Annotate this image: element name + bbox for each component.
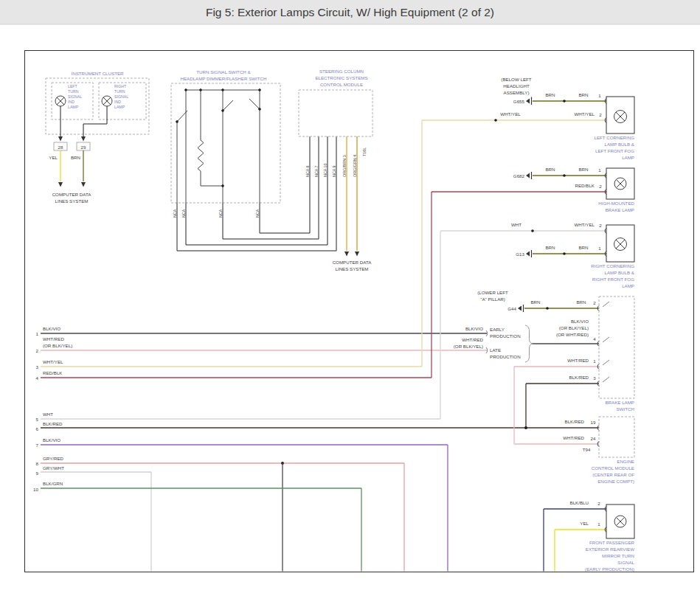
lamp-bulb-icon (614, 111, 627, 123)
instrument-cluster-title: INSTRUMENT CLUSTER (71, 71, 124, 76)
switch-blade-icon (603, 377, 609, 382)
wire-row-label: BLK/VIO (43, 437, 60, 443)
pin-number: 2 (599, 112, 602, 117)
wire-row-label: BLK/GRN (43, 481, 63, 486)
switch-blade-icon (603, 302, 609, 307)
right-cornering-lamp: WHT WHT/YEL 2 G13 BRN BRN 1 RIGHT CORNER… (440, 222, 635, 419)
ground-location-label: HEADLIGHT (503, 83, 530, 89)
component-label: BRAKE LAMP (605, 207, 634, 212)
ground-id-label: G44 (507, 306, 516, 311)
ground-id-label: G655 (513, 99, 525, 104)
component-label: (EARLY PRODUCTION) (585, 566, 634, 572)
junction-dot (563, 100, 566, 103)
brace-icon (525, 325, 533, 362)
wire-label: BRN (545, 167, 555, 172)
computer-data-lines-label: COMPUTER DATA (333, 260, 372, 265)
ground-location-label: "A" PILLAR) (480, 296, 505, 302)
production-variant-label: PRODUCTION (490, 333, 521, 339)
wire-row-num: 5 (36, 417, 39, 422)
turn-signal-switch: TURN SIGNAL SWITCH & HEADLAMP DIMMER/FLA… (171, 69, 336, 251)
component-label: ENGINE (617, 459, 634, 464)
pin-number: 1 (593, 358, 596, 364)
wire-label: (OR BLK/YEL) (559, 325, 589, 330)
right-lamp-label: RIGHT (114, 84, 127, 89)
pin-number: 2 (599, 223, 602, 228)
module-pin-label: NCA 10 (323, 163, 328, 177)
wire-label: BRN (576, 299, 586, 305)
engine-control-module: BLK/RED 19 WHT/RED 24 T94 ENGINE CONTROL… (514, 417, 634, 484)
wire-row-label: WHT (43, 412, 53, 417)
component-label: CONTROL MODULE (592, 465, 634, 471)
lamp-bulb-icon (614, 238, 627, 251)
wire-label: BLK/VIO (465, 326, 483, 331)
wire-label: (OR BLK/YEL) (454, 344, 483, 349)
right-lamp-label: TURN (114, 89, 125, 94)
wire-label: BLK/VIO (571, 319, 589, 324)
wire-label: BRN (578, 92, 588, 97)
wire-row-label: BLK/VIO (43, 326, 60, 331)
pin-number: 29 (81, 145, 86, 150)
wire-row-num: 10 (33, 487, 38, 492)
wire-switch-to-module (223, 136, 319, 239)
wire-label: BLK/RED (569, 375, 589, 380)
turn-signal-switch-box (171, 83, 280, 203)
component-label: LAMP BULB & (605, 142, 635, 147)
resistor-icon (198, 140, 204, 171)
junction-dot (563, 252, 566, 255)
component-label: EXTERIOR REARVIEW (586, 547, 634, 552)
component-label: LAMP BULB & (605, 270, 635, 275)
switch-pin-label: NCA (255, 209, 260, 218)
pin-number: 3 (593, 375, 596, 381)
pin-number: 24 (591, 436, 596, 441)
wire-row-label: RED/BLK (43, 370, 63, 375)
right-lamp-label: LAMP (114, 105, 125, 109)
arrow-down-icon (344, 252, 349, 257)
wire-row-label: WHT/RED (43, 336, 64, 341)
lamp-right-lead (83, 106, 107, 136)
switch-blade-icon (603, 360, 609, 365)
wire-label-brn: BRN (71, 155, 80, 160)
pin-number: 28 (58, 145, 63, 150)
pin-number: 19 (591, 420, 596, 425)
switch-contacts-icon (176, 89, 261, 203)
diagram-border (25, 51, 694, 572)
module-pin-label: ORG/BRN 3 (342, 155, 347, 177)
wire-label: WHT (511, 222, 521, 227)
ground-location-label: (BELOW LEFT (501, 77, 531, 82)
component-label: LEFT FRONT FOG (595, 148, 634, 153)
wire-label: BRN (578, 167, 588, 172)
wire-label: WHT/YEL (574, 111, 595, 117)
wire-row-num: 3 (36, 364, 39, 370)
arrow-down-icon (58, 182, 63, 187)
switch-pin-label: NCA (181, 209, 186, 218)
component-label: LEFT CORNERING (594, 135, 634, 140)
component-label: FRONT PASSENGER (589, 540, 634, 545)
switch-pin-label: NCA (218, 209, 223, 218)
left-lamp-label: LAMP (68, 105, 79, 109)
component-label: MIRROR TURN (602, 553, 634, 558)
component-label: SWITCH (617, 406, 634, 412)
ground-connector-icon (518, 305, 524, 312)
wire-label: BRN (545, 245, 555, 250)
wire-label: BLK/BLU (570, 500, 589, 505)
left-lamp-label: IND (68, 100, 74, 104)
wire-label: WHT/RED (563, 435, 584, 440)
component-label: HIGH-MOUNTED (598, 201, 634, 206)
right-lamp-label: SIGNAL (114, 94, 128, 99)
wire-switch-to-module (260, 136, 310, 233)
pin-number: 1 (598, 167, 601, 173)
lamp-bulb-icon (614, 178, 626, 190)
instrument-cluster: INSTRUMENT CLUSTER LEFT TURN SIGNAL IND … (46, 71, 149, 204)
pin-number: 2 (593, 300, 596, 305)
junction-dot (546, 307, 549, 310)
wire-row-num: 6 (36, 426, 39, 431)
brake-switch-box (599, 296, 634, 398)
module-pin-label: NCA 9 (332, 165, 336, 177)
component-label: (CENTER REAR OF (592, 472, 634, 477)
connector-id-label: T94 (583, 447, 591, 452)
arrow-down-icon (58, 136, 63, 142)
junction-dot (563, 174, 566, 177)
switch-pin-label: NCA (173, 209, 177, 218)
junction-dot (524, 426, 527, 429)
component-label: SIGNAL (617, 560, 634, 565)
